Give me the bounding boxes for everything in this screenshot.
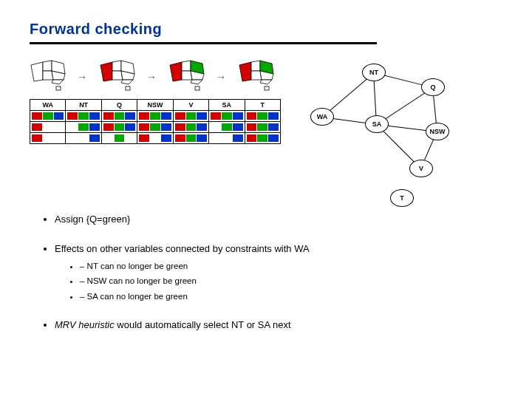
domain-color-r	[67, 112, 78, 120]
australia-map-2: →	[168, 58, 211, 92]
domain-color-b	[268, 123, 279, 131]
domain-color-g	[257, 123, 267, 131]
bullet-mrv: MRV heuristic would automatically select…	[55, 318, 502, 332]
domain-color-e	[125, 134, 135, 142]
domain-color-e	[67, 123, 78, 131]
domain-color-r	[139, 134, 149, 142]
arrow-icon: →	[77, 71, 87, 83]
table-cell	[137, 122, 173, 132]
domain-color-r	[175, 112, 185, 120]
domain-color-r	[32, 112, 42, 120]
table-header: WA	[30, 100, 66, 110]
bullet-list: Assign {Q=green} Effects on other variab…	[30, 213, 502, 332]
domain-color-b	[89, 123, 100, 131]
table-cell	[209, 122, 245, 132]
maps-row: → → →	[30, 58, 281, 92]
domain-color-g	[186, 134, 197, 142]
domain-color-r	[103, 123, 114, 131]
domain-color-r	[175, 123, 185, 131]
australia-map-3	[238, 58, 281, 92]
domain-color-b	[161, 123, 171, 131]
table-cell	[66, 111, 101, 121]
domain-color-b	[161, 112, 171, 120]
domain-color-g	[78, 123, 89, 131]
domain-color-g	[257, 134, 267, 142]
graph-node-nt: NT	[362, 64, 386, 81]
graph-node-q: Q	[421, 78, 445, 96]
table-row	[30, 132, 280, 143]
domain-color-r	[32, 134, 42, 142]
domain-color-e	[43, 134, 53, 142]
domain-color-r	[247, 112, 257, 120]
domain-color-r	[139, 123, 149, 131]
constraint-graph: WA NT SA Q NSW V T	[310, 58, 458, 191]
bullet3-prefix: MRV heuristic	[55, 319, 115, 330]
svg-rect-0	[56, 86, 61, 90]
domain-color-g	[78, 112, 89, 120]
table-cell	[209, 111, 245, 121]
table-cell	[102, 111, 137, 121]
domain-color-b	[54, 112, 64, 120]
table-header: T	[245, 100, 280, 110]
table-cell	[30, 133, 66, 143]
domain-color-e	[211, 123, 221, 131]
table-cell	[245, 133, 280, 143]
table-header: V	[174, 100, 209, 110]
table-cell	[137, 111, 173, 121]
domain-color-r	[32, 123, 42, 131]
table-cell	[102, 122, 137, 132]
domain-color-b	[233, 123, 243, 131]
domain-color-e	[103, 134, 114, 142]
arrow-icon: →	[216, 71, 226, 83]
table-row	[30, 110, 280, 121]
graph-node-sa: SA	[365, 115, 389, 133]
domain-table: WANTQNSWVSAT	[30, 99, 281, 144]
page-title: Forward checking	[30, 21, 502, 38]
domain-color-g	[115, 123, 125, 131]
table-cell	[30, 122, 66, 132]
domain-color-g	[186, 112, 197, 120]
domain-color-b	[125, 123, 135, 131]
table-cell	[245, 111, 280, 121]
domain-color-b	[268, 112, 279, 120]
domain-color-b	[233, 112, 243, 120]
bullet1-prefix: Assign	[55, 214, 86, 225]
domain-color-e	[78, 134, 89, 142]
domain-color-e	[222, 134, 232, 142]
australia-map-0: →	[30, 58, 72, 92]
domain-color-b	[89, 112, 100, 120]
domain-color-g	[150, 112, 160, 120]
domain-color-e	[211, 134, 221, 142]
table-cell	[209, 133, 245, 143]
domain-color-b	[197, 123, 207, 131]
table-header: NT	[66, 100, 101, 110]
domain-color-b	[197, 112, 207, 120]
domain-color-e	[54, 123, 64, 131]
title-divider	[30, 42, 377, 44]
domain-color-r	[211, 112, 221, 120]
domain-color-g	[257, 112, 267, 120]
domain-color-r	[247, 123, 257, 131]
svg-rect-2	[195, 86, 200, 90]
graph-node-nsw: NSW	[426, 123, 449, 140]
bullet2-text: Effects on other variables connected by …	[55, 243, 310, 254]
domain-color-g	[150, 123, 160, 131]
svg-rect-3	[265, 86, 269, 90]
domain-color-e	[54, 134, 64, 142]
domain-color-b	[125, 112, 135, 120]
domain-color-r	[175, 134, 185, 142]
domain-color-r	[103, 112, 114, 120]
domain-figure: → → → WANTQNSWVSAT	[30, 58, 281, 191]
table-cell	[66, 122, 101, 132]
australia-map-1: →	[99, 58, 142, 92]
domain-color-b	[161, 134, 171, 142]
sub-nsw: NSW can no longer be green	[80, 275, 502, 287]
table-cell	[30, 111, 66, 121]
domain-color-e	[67, 134, 78, 142]
table-cell	[174, 133, 209, 143]
table-cell	[245, 122, 280, 132]
svg-rect-1	[126, 86, 130, 90]
table-header: NSW	[137, 100, 173, 110]
sub-nt: NT can no longer be green	[80, 260, 502, 272]
bullet1-set: {Q=green}	[86, 214, 131, 225]
